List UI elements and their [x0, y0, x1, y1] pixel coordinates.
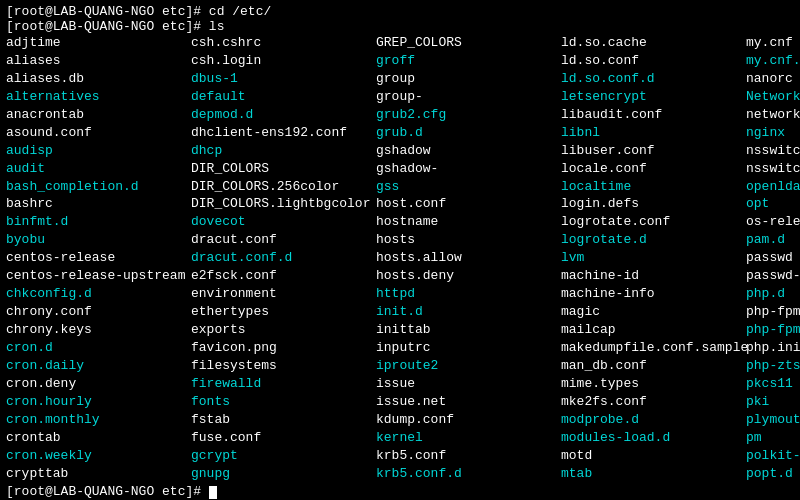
list-item: pam.d: [746, 231, 800, 249]
list-item: krb5.conf: [376, 447, 561, 465]
prompt-text-1: [root@LAB-QUANG-NGO etc]# cd /etc/: [6, 4, 271, 19]
list-item: dhcp: [191, 142, 376, 160]
column-2: csh.cshrccsh.logindbus-1defaultdepmod.dd…: [191, 34, 376, 482]
list-item: fstab: [191, 411, 376, 429]
list-item: centos-release-upstream: [6, 267, 191, 285]
list-item: locale.conf: [561, 160, 746, 178]
list-item: ld.so.conf: [561, 52, 746, 70]
list-item: hosts.deny: [376, 267, 561, 285]
list-item: e2fsck.conf: [191, 267, 376, 285]
list-item: pkcs11: [746, 375, 800, 393]
cursor: [209, 486, 217, 499]
cmd-line-1: [root@LAB-QUANG-NGO etc]# cd /etc/: [6, 4, 794, 19]
list-item: pki: [746, 393, 800, 411]
list-item: alternatives: [6, 88, 191, 106]
list-item: makedumpfile.conf.sample: [561, 339, 746, 357]
list-item: issue.net: [376, 393, 561, 411]
list-item: popt.d: [746, 465, 800, 483]
list-item: inputrc: [376, 339, 561, 357]
list-item: libnl: [561, 124, 746, 142]
list-item: lvm: [561, 249, 746, 267]
list-item: chrony.keys: [6, 321, 191, 339]
list-item: mtab: [561, 465, 746, 483]
list-item: magic: [561, 303, 746, 321]
list-item: my.cnf.d: [746, 52, 800, 70]
list-item: kernel: [376, 429, 561, 447]
list-item: passwd: [746, 249, 800, 267]
list-item: libaudit.conf: [561, 106, 746, 124]
list-item: inittab: [376, 321, 561, 339]
list-item: kdump.conf: [376, 411, 561, 429]
list-item: grub.d: [376, 124, 561, 142]
list-item: modules-load.d: [561, 429, 746, 447]
list-item: gss: [376, 178, 561, 196]
list-item: dbus-1: [191, 70, 376, 88]
column-5: my.cnfmy.cnf.dnanorcNetworkManagernetwor…: [746, 34, 800, 482]
list-item: cron.weekly: [6, 447, 191, 465]
list-item: exports: [191, 321, 376, 339]
list-item: login.defs: [561, 195, 746, 213]
list-item: hosts: [376, 231, 561, 249]
list-item: man_db.conf: [561, 357, 746, 375]
list-item: fuse.conf: [191, 429, 376, 447]
list-item: adjtime: [6, 34, 191, 52]
list-item: machine-id: [561, 267, 746, 285]
cmd-line-3: [root@LAB-QUANG-NGO etc]#: [6, 484, 794, 499]
terminal: [root@LAB-QUANG-NGO etc]# cd /etc/ [root…: [6, 4, 794, 496]
list-item: centos-release: [6, 249, 191, 267]
prompt-text-2: [root@LAB-QUANG-NGO etc]# ls: [6, 19, 224, 34]
list-item: pm: [746, 429, 800, 447]
list-item: os-release: [746, 213, 800, 231]
list-item: group: [376, 70, 561, 88]
list-item: modprobe.d: [561, 411, 746, 429]
list-item: favicon.png: [191, 339, 376, 357]
list-item: environment: [191, 285, 376, 303]
list-item: firewalld: [191, 375, 376, 393]
list-item: cron.hourly: [6, 393, 191, 411]
list-item: polkit-1: [746, 447, 800, 465]
list-item: php-fpm.d: [746, 321, 800, 339]
list-item: bashrc: [6, 195, 191, 213]
list-item: nsswitch.conf: [746, 142, 800, 160]
list-item: init.d: [376, 303, 561, 321]
list-item: motd: [561, 447, 746, 465]
list-item: NetworkManager: [746, 88, 800, 106]
list-item: passwd-: [746, 267, 800, 285]
list-item: group-: [376, 88, 561, 106]
list-item: depmod.d: [191, 106, 376, 124]
list-item: gshadow: [376, 142, 561, 160]
list-item: nanorc: [746, 70, 800, 88]
list-item: bash_completion.d: [6, 178, 191, 196]
column-4: ld.so.cacheld.so.confld.so.conf.dletsenc…: [561, 34, 746, 482]
list-item: hostname: [376, 213, 561, 231]
list-item: csh.login: [191, 52, 376, 70]
list-item: machine-info: [561, 285, 746, 303]
list-item: DIR_COLORS: [191, 160, 376, 178]
list-item: dovecot: [191, 213, 376, 231]
list-item: plymouth: [746, 411, 800, 429]
list-item: chrony.conf: [6, 303, 191, 321]
list-item: ethertypes: [191, 303, 376, 321]
list-item: mime.types: [561, 375, 746, 393]
list-item: asound.conf: [6, 124, 191, 142]
list-item: csh.cshrc: [191, 34, 376, 52]
list-item: httpd: [376, 285, 561, 303]
list-item: logrotate.d: [561, 231, 746, 249]
list-item: networks: [746, 106, 800, 124]
list-item: DIR_COLORS.256color: [191, 178, 376, 196]
list-item: cron.monthly: [6, 411, 191, 429]
cmd-line-2: [root@LAB-QUANG-NGO etc]# ls: [6, 19, 794, 34]
list-item: GREP_COLORS: [376, 34, 561, 52]
list-item: issue: [376, 375, 561, 393]
list-item: php-fpm.con: [746, 303, 800, 321]
list-item: binfmt.d: [6, 213, 191, 231]
prompt-prefix-3: [root@LAB-QUANG-NGO etc]#: [6, 484, 209, 499]
list-item: krb5.conf.d: [376, 465, 561, 483]
list-item: dracut.conf: [191, 231, 376, 249]
list-item: php-zts.d: [746, 357, 800, 375]
column-3: GREP_COLORSgroffgroupgroup-grub2.cfggrub…: [376, 34, 561, 482]
list-item: iproute2: [376, 357, 561, 375]
list-item: chkconfig.d: [6, 285, 191, 303]
ls-output: adjtimealiasesaliases.dbalternativesanac…: [6, 34, 794, 482]
list-item: cron.deny: [6, 375, 191, 393]
